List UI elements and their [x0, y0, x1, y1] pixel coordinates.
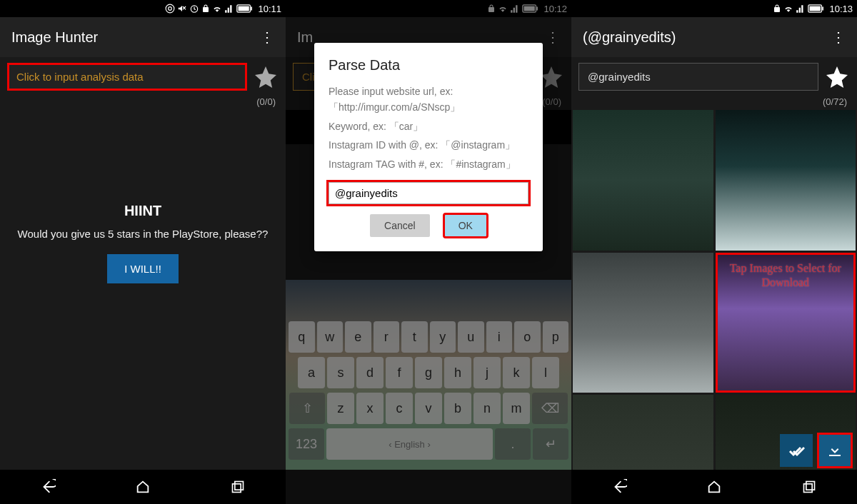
grid-image[interactable]: [573, 395, 713, 470]
cc-icon: [165, 4, 175, 14]
download-button[interactable]: [818, 434, 851, 467]
status-time: 10:11: [258, 4, 281, 14]
grid-image[interactable]: [716, 110, 856, 251]
lock-icon: [201, 4, 210, 14]
dialog-title: Parse Data: [329, 57, 528, 74]
mute-icon: [177, 4, 187, 14]
svg-rect-7: [235, 482, 244, 490]
select-hint-overlay: Tap Images to Select for Download: [716, 253, 856, 393]
parse-input[interactable]: [329, 182, 528, 204]
hint-text: Would you give us 5 stars in the PlaySto…: [4, 228, 283, 240]
select-all-button[interactable]: [780, 434, 813, 467]
dialog-help-instagram-id: Instagram ID with @, ex: 「@instagram」: [329, 137, 528, 153]
svg-point-1: [169, 7, 172, 11]
search-row: @grainyedits: [571, 57, 857, 96]
back-button[interactable]: [609, 477, 629, 497]
svg-rect-4: [239, 6, 249, 11]
nav-bar: [571, 470, 857, 504]
home-button[interactable]: [133, 477, 153, 497]
app-bar: Image Hunter ⋮: [0, 17, 286, 57]
status-icons: [773, 4, 823, 14]
app-bar: (@grainyedits) ⋮: [571, 17, 857, 57]
dialog-help-keyword: Keyword, ex: 「car」: [329, 119, 528, 134]
signal-icon: [224, 4, 234, 14]
recent-button[interactable]: [799, 477, 819, 497]
wifi-icon: [212, 4, 222, 14]
home-button[interactable]: [704, 477, 724, 497]
svg-rect-6: [233, 484, 241, 493]
dialog-help-instagram-tag: Instagram TAG with #, ex: 「#instagram」: [329, 156, 528, 172]
phone-screen-3: 10:13 (@grainyedits) ⋮ @grainyedits (0/7…: [571, 0, 857, 504]
back-button[interactable]: [38, 477, 58, 497]
rate-button[interactable]: I WILL!!: [107, 254, 179, 283]
svg-rect-20: [810, 6, 821, 11]
search-input[interactable]: Click to input analysis data: [7, 63, 247, 91]
status-bar: 10:11: [0, 0, 286, 17]
svg-rect-23: [806, 482, 815, 490]
search-input[interactable]: @grainyedits: [578, 63, 818, 91]
action-buttons: [780, 434, 851, 467]
more-menu-icon[interactable]: ⋮: [260, 29, 274, 46]
image-counter: (0/0): [0, 96, 286, 110]
grid-image[interactable]: [573, 253, 713, 393]
ok-button[interactable]: OK: [444, 214, 487, 237]
svg-point-0: [166, 4, 175, 13]
app-title: Image Hunter: [11, 29, 98, 46]
signal-icon: [796, 4, 806, 14]
nav-bar: [0, 470, 286, 504]
wifi-icon: [783, 4, 793, 14]
dialog-overlay: Parse Data Please input website url, ex:…: [286, 0, 571, 504]
hint-title: HIINT: [124, 203, 161, 219]
svg-rect-22: [804, 484, 813, 493]
phone-screen-1: 10:11 Image Hunter ⋮ Click to input anal…: [0, 0, 286, 504]
lock-icon: [773, 4, 781, 14]
dialog-actions: Cancel OK: [329, 214, 528, 237]
alarm-icon: [189, 4, 199, 14]
dialog-help-url: Please input website url, ex: 「http://im…: [329, 84, 528, 116]
image-grid: Tap Images to Select for Download: [571, 110, 857, 470]
svg-rect-21: [823, 6, 824, 10]
app-title: (@grainyedits): [583, 29, 676, 46]
recent-button[interactable]: [228, 477, 248, 497]
grid-image[interactable]: [573, 110, 713, 251]
favorite-star-icon[interactable]: [253, 64, 279, 90]
battery-icon: [236, 4, 252, 13]
phone-screen-2: 10:12 Im ⋮ Clic (0/0) qwertyuiop asdfghj…: [286, 0, 571, 504]
favorite-star-icon[interactable]: [824, 64, 850, 90]
more-menu-icon[interactable]: ⋮: [831, 29, 846, 46]
grid-image-selected[interactable]: Tap Images to Select for Download: [716, 253, 856, 393]
parse-data-dialog: Parse Data Please input website url, ex:…: [314, 43, 543, 251]
battery-icon: [808, 4, 823, 13]
status-time: 10:13: [829, 4, 853, 14]
image-counter: (0/72): [571, 96, 857, 110]
hint-section: HIINT Would you give us 5 stars in the P…: [0, 110, 286, 470]
cancel-button[interactable]: Cancel: [370, 214, 430, 237]
svg-rect-5: [251, 6, 253, 10]
status-icons: [165, 4, 252, 14]
search-row: Click to input analysis data: [0, 57, 286, 96]
status-bar: 10:13: [571, 0, 857, 17]
